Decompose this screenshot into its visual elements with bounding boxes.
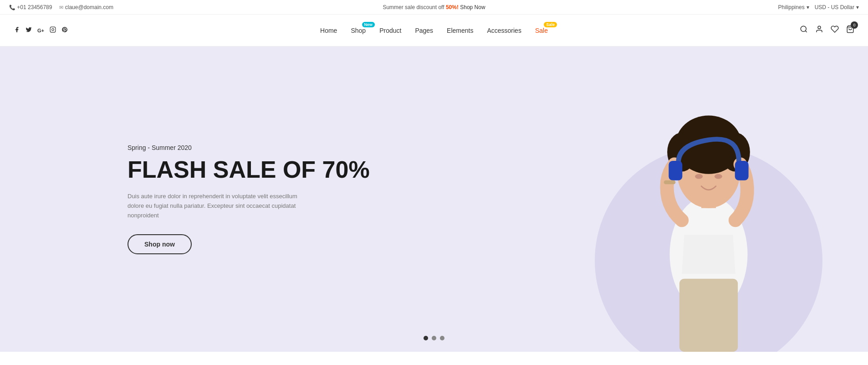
facebook-icon[interactable]	[14, 26, 20, 34]
promo-text: Summer sale discount off	[383, 4, 446, 10]
region-dropdown[interactable]: Philippines ▾	[778, 4, 809, 10]
chevron-down-icon: ▾	[856, 4, 859, 10]
nav-link-shop[interactable]: Shop	[351, 27, 366, 34]
new-badge: New	[362, 22, 375, 27]
currency-dropdown[interactable]: USD - US Dollar ▾	[815, 4, 859, 10]
promo-highlight: 50%!	[446, 4, 459, 10]
google-plus-icon[interactable]: G+	[37, 28, 44, 33]
hero-person-image	[595, 69, 822, 352]
svg-rect-17	[669, 161, 682, 180]
phone-icon: 📞	[9, 5, 15, 10]
nav-item-shop[interactable]: Shop New	[351, 26, 366, 35]
svg-point-4	[818, 26, 821, 29]
region-label: Philippines	[778, 4, 805, 10]
cart-count-badge: 0	[851, 21, 858, 29]
nav-link-elements[interactable]: Elements	[447, 27, 473, 34]
instagram-icon[interactable]	[50, 26, 56, 34]
nav-item-product[interactable]: Product	[379, 26, 401, 35]
nav-item-accessories[interactable]: Accessories	[487, 26, 521, 35]
promo-banner: Summer sale discount off 50%! Shop Now	[383, 4, 485, 10]
hero-subtitle: Spring - Summer 2020	[128, 144, 370, 151]
carousel-dots	[424, 336, 444, 340]
svg-rect-18	[735, 161, 749, 180]
carousel-dot-2[interactable]	[432, 336, 436, 340]
svg-line-3	[805, 31, 807, 32]
sale-badge: Sale	[544, 22, 557, 27]
hero-content: Spring - Summer 2020 FLASH SALE OF 70% D…	[0, 144, 370, 254]
top-bar: 📞 +01 23456789 ✉ claue@domain.com Summer…	[0, 0, 868, 15]
svg-rect-19	[664, 180, 676, 185]
email-icon: ✉	[59, 5, 63, 10]
hero-title: FLASH SALE OF 70%	[128, 157, 370, 183]
wishlist-icon[interactable]	[831, 25, 839, 36]
carousel-dot-3[interactable]	[440, 336, 444, 340]
nav-action-icons: 0	[800, 25, 854, 36]
phone-contact: 📞 +01 23456789	[9, 4, 52, 10]
email-contact: ✉ claue@domain.com	[59, 4, 113, 10]
nav-link-pages[interactable]: Pages	[415, 27, 433, 34]
svg-point-15	[695, 174, 703, 179]
svg-rect-7	[679, 279, 738, 352]
email-address: claue@domain.com	[65, 4, 113, 10]
top-bar-contact: 📞 +01 23456789 ✉ claue@domain.com	[9, 4, 113, 10]
user-icon[interactable]	[815, 25, 823, 36]
nav-link-product[interactable]: Product	[379, 27, 401, 34]
carousel-dot-1[interactable]	[424, 336, 428, 340]
search-icon[interactable]	[800, 25, 808, 36]
shop-now-button[interactable]: Shop now	[128, 234, 192, 254]
social-icons: G+	[14, 26, 68, 34]
nav-link-sale[interactable]: Sale	[535, 27, 548, 34]
phone-number: +01 23456789	[17, 4, 52, 10]
chevron-down-icon: ▾	[807, 4, 809, 10]
currency-label: USD - US Dollar	[815, 4, 854, 10]
nav-item-sale[interactable]: Sale Sale	[535, 26, 548, 35]
nav-link-accessories[interactable]: Accessories	[487, 27, 521, 34]
pinterest-icon[interactable]	[61, 26, 68, 34]
svg-point-16	[715, 174, 722, 179]
nav-item-elements[interactable]: Elements	[447, 26, 473, 35]
nav-link-home[interactable]: Home	[320, 27, 337, 34]
svg-point-2	[801, 26, 806, 31]
nav-item-home[interactable]: Home	[320, 26, 337, 35]
svg-rect-0	[50, 27, 56, 32]
cart-icon[interactable]: 0	[846, 25, 854, 36]
twitter-icon[interactable]	[26, 26, 32, 34]
hero-section: Spring - Summer 2020 FLASH SALE OF 70% D…	[0, 46, 868, 352]
nav-links: Home Shop New Product Pages Elements Acc…	[320, 26, 548, 35]
promo-action-link[interactable]: Shop Now	[460, 4, 485, 10]
hero-description: Duis aute irure dolor in reprehenderit i…	[128, 192, 301, 220]
navbar: G+ Home Shop New Product Pages Elements …	[0, 15, 868, 46]
nav-item-pages[interactable]: Pages	[415, 26, 433, 35]
hero-image-area	[347, 46, 868, 352]
top-bar-right: Philippines ▾ USD - US Dollar ▾	[778, 4, 859, 10]
